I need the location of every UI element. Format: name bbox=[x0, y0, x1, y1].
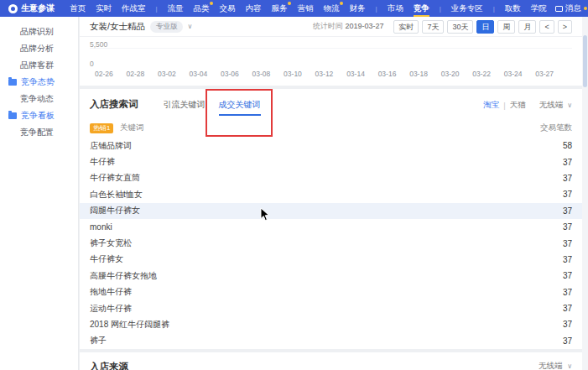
keyword-cell: 白色长袖t恤女 bbox=[90, 189, 143, 201]
sidebar-item-4[interactable]: 竞争动态 bbox=[0, 91, 78, 107]
chevron-down-icon[interactable]: ∨ bbox=[187, 23, 192, 30]
30day-button[interactable]: 30天 bbox=[447, 20, 473, 34]
pager-prev-button[interactable]: < bbox=[539, 20, 554, 34]
store-source-device-select[interactable]: 无线端 ∨ bbox=[539, 361, 572, 370]
table-row[interactable]: 拖地牛仔裤37 bbox=[80, 284, 582, 300]
pager-next-button[interactable]: > bbox=[558, 20, 572, 34]
x-axis-labels: 02-2602-2803-0203-0403-0603-0803-1003-12… bbox=[95, 70, 554, 78]
table-row[interactable]: 白色长袖t恤女37 bbox=[80, 186, 582, 202]
granularity-month-button[interactable]: 月 bbox=[518, 20, 536, 34]
search-words-card: 入店搜索词 引流关键词 成交关键词 淘宝 | 天猫 无线端 ∨ 热销1 bbox=[80, 89, 582, 349]
value-cell: 37 bbox=[563, 288, 572, 297]
table-row[interactable]: 牛仔裤女37 bbox=[80, 252, 582, 268]
x-axis-label: 03-27 bbox=[535, 70, 554, 78]
value-column-header[interactable]: 交易笔数 bbox=[540, 122, 572, 133]
value-cell: 37 bbox=[563, 158, 572, 167]
sidebar-item-3[interactable]: 竞争态势 bbox=[0, 74, 78, 91]
channel-switcher: 淘宝 | 天猫 无线端 ∨ bbox=[483, 100, 572, 111]
nav-item-7[interactable]: 内容 bbox=[246, 0, 262, 17]
nav-item-1[interactable]: 实时 bbox=[96, 0, 112, 17]
channel-taobao[interactable]: 淘宝 bbox=[483, 100, 499, 111]
sidebar-item-5[interactable]: 竞争看板 bbox=[0, 107, 78, 124]
table-row[interactable]: 牛仔裤37 bbox=[80, 154, 582, 169]
keyword-cell: 店铺品牌词 bbox=[90, 140, 132, 152]
table-row[interactable]: 裤子37 bbox=[80, 333, 582, 349]
nav-item-11[interactable]: 财务 bbox=[350, 0, 366, 17]
channel-tmall[interactable]: 天猫 bbox=[510, 100, 526, 111]
nav-divider: | bbox=[493, 5, 495, 13]
x-axis-label: 03-14 bbox=[346, 70, 365, 78]
nav-item-14[interactable]: 竞争 bbox=[414, 0, 429, 17]
sidebar-item-6[interactable]: 竞争配置 bbox=[0, 124, 78, 141]
brand[interactable]: 生意参谋 bbox=[8, 3, 55, 14]
rank-badge: 热销1 bbox=[90, 123, 113, 133]
category-selector[interactable]: 女装/女士精品 bbox=[90, 21, 145, 33]
table-row[interactable]: 裤子女宽松37 bbox=[80, 235, 582, 251]
table-row[interactable]: 店铺品牌词58 bbox=[80, 138, 582, 154]
x-axis-label: 03-18 bbox=[409, 70, 428, 78]
sidebar-item-1[interactable]: 品牌分析 bbox=[0, 40, 78, 57]
navbar-messages[interactable]: 消息 bbox=[555, 3, 587, 14]
nav-item-4[interactable]: 流量 bbox=[168, 0, 184, 17]
keyword-tabs: 引流关键词 成交关键词 bbox=[164, 99, 261, 116]
value-cell: 37 bbox=[563, 255, 572, 264]
realtime-button[interactable]: 实时 bbox=[393, 20, 419, 34]
scrollbar-thumb[interactable] bbox=[583, 35, 587, 87]
value-cell: 37 bbox=[563, 304, 572, 313]
edition-badge: 专业版 bbox=[150, 21, 184, 33]
nav-item-16[interactable]: 业务专区 bbox=[451, 0, 483, 17]
nav-item-6[interactable]: 交易 bbox=[220, 0, 236, 17]
table-row[interactable]: 高腰牛仔裤女拖地37 bbox=[80, 268, 582, 284]
x-axis-label: 03-12 bbox=[315, 70, 334, 78]
nav-item-5[interactable]: 品类 bbox=[194, 0, 210, 17]
message-icon bbox=[555, 6, 563, 12]
sidebar-item-label: 品牌客群 bbox=[20, 60, 54, 71]
table-row[interactable]: monki37 bbox=[80, 219, 582, 235]
keyword-cell: 裤子 bbox=[90, 335, 107, 347]
keyword-cell: 2018 网红牛仔阔腿裤 bbox=[90, 319, 169, 331]
device-select[interactable]: 无线端 bbox=[539, 100, 564, 111]
trend-card: 女装/女士精品 专业版 ∨ 统计时间 2019-03-27 实时 7天 30天 … bbox=[80, 17, 582, 86]
nav-item-18[interactable]: 取数 bbox=[505, 0, 521, 17]
stat-date: 2019-03-27 bbox=[345, 22, 383, 30]
nav-item-19[interactable]: 学院 bbox=[531, 0, 547, 17]
keyword-cell: 拖地牛仔裤 bbox=[90, 286, 132, 298]
nav-item-13[interactable]: 市场 bbox=[388, 0, 403, 17]
granularity-week-button[interactable]: 周 bbox=[497, 20, 515, 34]
filter-bar: 女装/女士精品 专业版 ∨ 统计时间 2019-03-27 实时 7天 30天 … bbox=[80, 17, 582, 37]
keyword-cell: 牛仔裤女 bbox=[90, 253, 123, 265]
table-row[interactable]: 牛仔裤女直筒37 bbox=[80, 170, 582, 186]
x-axis-label: 03-20 bbox=[441, 70, 460, 78]
nav-item-8[interactable]: 服务 bbox=[272, 0, 288, 17]
nav-divider: | bbox=[376, 5, 377, 13]
notification-dot-icon bbox=[288, 2, 291, 5]
table-row[interactable]: 2018 网红牛仔阔腿裤37 bbox=[80, 316, 582, 332]
chevron-down-icon[interactable]: ∨ bbox=[567, 102, 572, 109]
sidebar-item-0[interactable]: 品牌识别 bbox=[0, 23, 78, 40]
value-cell: 37 bbox=[563, 206, 572, 216]
keyword-table-header: 热销1 关键词 交易笔数 bbox=[90, 117, 572, 138]
sidebar-item-2[interactable]: 品牌客群 bbox=[0, 57, 78, 74]
stat-time: 统计时间 2019-03-27 bbox=[313, 21, 384, 32]
sidebar-item-label: 品牌分析 bbox=[20, 43, 54, 55]
table-row[interactable]: 阔腿牛仔裤女37 bbox=[80, 203, 582, 219]
chart-gridline bbox=[90, 48, 572, 49]
nav-item-0[interactable]: 首页 bbox=[70, 0, 86, 17]
sidebar: 品牌识别品牌分析品牌客群竞争态势竞争动态竞争看板竞争配置 bbox=[0, 17, 79, 370]
nav-item-9[interactable]: 营销 bbox=[298, 0, 314, 17]
value-cell: 37 bbox=[563, 271, 572, 280]
sidebar-item-label: 竞争看板 bbox=[21, 110, 55, 122]
table-row[interactable]: 运动牛仔裤37 bbox=[80, 300, 582, 316]
nav-item-10[interactable]: 物流 bbox=[324, 0, 340, 17]
nav-divider: | bbox=[156, 5, 158, 13]
tab-traffic-keywords[interactable]: 引流关键词 bbox=[164, 99, 206, 116]
nav-item-2[interactable]: 作战室 bbox=[122, 0, 146, 17]
nav-divider: | bbox=[440, 5, 441, 13]
7day-button[interactable]: 7天 bbox=[422, 20, 444, 34]
x-axis-label: 03-24 bbox=[504, 70, 523, 78]
value-cell: 37 bbox=[563, 174, 572, 183]
date-controls: 统计时间 2019-03-27 实时 7天 30天 日 周 月 < > bbox=[313, 20, 572, 34]
keyword-cell: 牛仔裤 bbox=[90, 156, 115, 168]
tab-deal-keywords[interactable]: 成交关键词 bbox=[219, 100, 261, 116]
granularity-day-button[interactable]: 日 bbox=[476, 20, 494, 34]
